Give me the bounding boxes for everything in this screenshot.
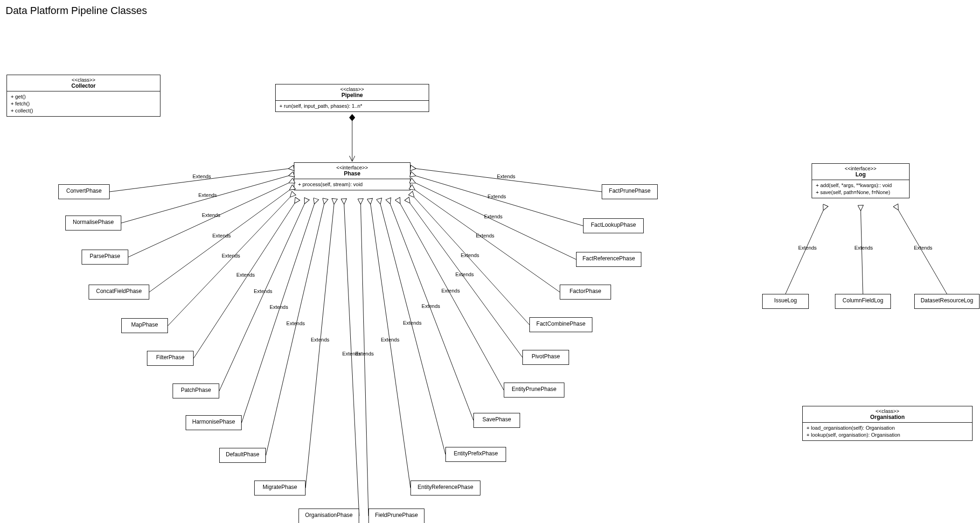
class-name: Pipeline (279, 92, 425, 98)
svg-text:Extends: Extends (311, 337, 329, 342)
svg-text:Extends: Extends (461, 252, 480, 258)
svg-text:Extends: Extends (236, 272, 255, 278)
class-box-normalisephase: NormalisePhase (65, 216, 121, 230)
svg-text:Extends: Extends (270, 304, 288, 310)
svg-text:Extends: Extends (855, 245, 873, 251)
class-box-entityprunephase: EntityPrunePhase (504, 383, 564, 397)
svg-line-42 (361, 199, 368, 516)
svg-text:Extends: Extends (487, 194, 506, 199)
svg-text:Extends: Extends (355, 351, 374, 356)
svg-text:Extends: Extends (484, 214, 503, 219)
class-name: Collector (11, 83, 156, 89)
class-box-convertphase: ConvertPhase (58, 184, 110, 199)
svg-line-20 (344, 199, 359, 516)
svg-text:Extends: Extends (193, 174, 211, 179)
class-box-fieldprunephase: FieldPrunePhase (368, 509, 424, 523)
svg-text:Extends: Extends (222, 253, 240, 258)
class-box-defaultphase: DefaultPhase (219, 448, 266, 463)
stereotype-label: <<class>> (11, 77, 156, 83)
interface-phase: <<interface>> Phase + process(self, stre… (294, 162, 410, 190)
class-box-factreferencephase: FactReferencePhase (576, 252, 641, 267)
svg-text:Extends: Extends (497, 174, 515, 179)
class-box-harmonisephase: HarmonisePhase (186, 415, 242, 430)
stereotype-label: <<interface>> (816, 166, 905, 171)
class-box-filterphase: FilterPhase (147, 351, 194, 366)
interface-methods: + process(self, stream): void (294, 179, 410, 190)
svg-text:Extends: Extends (441, 288, 460, 293)
interface-methods: + add(self, *args, **kwargs):: void + sa… (812, 180, 909, 198)
class-box-patchphase: PatchPhase (173, 384, 219, 398)
interface-name: Log (816, 171, 905, 178)
svg-line-36 (388, 199, 473, 420)
svg-line-6 (149, 187, 294, 293)
stereotype-label: <<interface>> (298, 165, 406, 170)
class-collector: <<class>> Collector + get() + fetch() + … (7, 75, 160, 117)
svg-line-24 (410, 174, 583, 226)
class-box-factcombinephase: FactCombinePhase (529, 317, 592, 332)
class-box-parsephase: ParsePhase (82, 250, 128, 265)
svg-line-14 (242, 199, 316, 423)
svg-line-8 (168, 193, 294, 326)
class-box-factorphase: FactorPhase (560, 285, 611, 300)
svg-line-38 (379, 199, 445, 454)
svg-line-44 (785, 205, 826, 294)
svg-text:Extends: Extends (198, 192, 217, 198)
svg-text:Extends: Extends (455, 272, 474, 277)
class-methods: + run(self, input_path, phases): 1..n* (276, 101, 429, 112)
svg-line-16 (266, 199, 325, 455)
class-box-entityprefixphase: EntityPrefixPhase (445, 447, 506, 462)
svg-line-28 (410, 187, 560, 293)
svg-text:Extends: Extends (422, 303, 440, 309)
class-box-migratephase: MigratePhase (254, 481, 306, 495)
class-name: Organisation (806, 414, 968, 420)
svg-line-4 (128, 181, 294, 257)
class-box-pivotphase: PivotPhase (522, 350, 569, 365)
svg-text:Extends: Extends (202, 212, 221, 218)
svg-text:Extends: Extends (212, 233, 231, 238)
svg-line-30 (410, 193, 529, 325)
svg-text:Extends: Extends (381, 337, 399, 342)
svg-text:Extends: Extends (286, 321, 305, 326)
class-box-mapphase: MapPhase (121, 318, 168, 333)
class-box-savephase: SavePhase (473, 413, 520, 428)
svg-text:Extends: Extends (403, 320, 422, 326)
interface-log: <<interface>> Log + add(self, *args, **k… (812, 163, 910, 198)
svg-line-26 (410, 181, 576, 259)
svg-line-0 (110, 168, 294, 192)
svg-line-40 (370, 199, 410, 488)
svg-text:Extends: Extends (476, 233, 494, 238)
stereotype-label: <<class>> (279, 86, 425, 92)
class-box-entityreferencephase: EntityReferencePhase (410, 481, 480, 495)
class-box-organisationphase: OrganisationPhase (299, 509, 359, 523)
class-pipeline: <<class>> Pipeline + run(self, input_pat… (275, 84, 429, 112)
class-box-datasetresourcelog: DatasetResourceLog (914, 294, 980, 309)
svg-line-48 (896, 205, 947, 294)
svg-line-18 (306, 199, 334, 488)
svg-text:Extends: Extends (342, 351, 361, 356)
class-methods: + get() + fetch() + collect() (7, 91, 160, 116)
svg-line-2 (121, 174, 294, 223)
svg-text:Extends: Extends (798, 245, 817, 251)
svg-line-12 (219, 199, 307, 391)
class-box-concatfieldphase: ConcatFieldPhase (89, 285, 149, 300)
class-methods: + load_organisation(self): Organisation … (803, 423, 972, 440)
page-title: Data Platform Pipeline Classes (6, 5, 147, 17)
svg-text:Extends: Extends (254, 288, 272, 294)
class-box-factlookupphase: FactLookupPhase (583, 218, 644, 233)
class-box-issuelog: IssueLog (762, 294, 809, 309)
stereotype-label: <<class>> (806, 408, 968, 414)
interface-name: Phase (298, 170, 406, 177)
class-box-columnfieldlog: ColumnFieldLog (835, 294, 891, 309)
svg-line-10 (194, 199, 298, 358)
svg-line-32 (407, 199, 522, 357)
svg-line-22 (410, 168, 602, 192)
class-box-factprunephase: FactPrunePhase (602, 184, 658, 199)
svg-line-46 (861, 205, 863, 294)
class-organisation: <<class>> Organisation + load_organisati… (802, 406, 973, 441)
svg-line-34 (397, 199, 504, 390)
svg-text:Extends: Extends (914, 245, 932, 251)
